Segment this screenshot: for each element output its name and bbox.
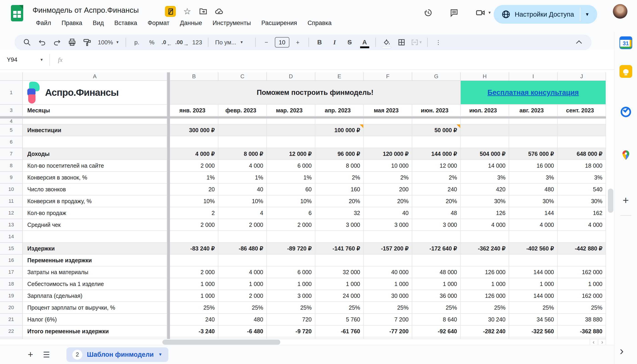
cell-D19[interactable]: 3 000 bbox=[267, 290, 315, 302]
cell-F13[interactable]: 3 000 bbox=[364, 219, 412, 231]
cell-J3[interactable]: сент. 2023 bbox=[558, 105, 606, 116]
frozen-column-divider[interactable] bbox=[167, 136, 170, 148]
cell-I11[interactable]: 30% bbox=[509, 196, 558, 207]
cell-C7[interactable]: 8 000 ₽ bbox=[218, 148, 267, 160]
cell-G13[interactable]: 3 000 bbox=[412, 219, 461, 231]
cell-C20[interactable]: 25% bbox=[218, 302, 267, 314]
column-header-F[interactable]: F bbox=[364, 72, 412, 81]
cell-I20[interactable]: 25% bbox=[509, 302, 558, 314]
cell-F12[interactable]: 40 bbox=[364, 207, 412, 219]
cell-G20[interactable]: 25% bbox=[412, 302, 461, 314]
cell-I12[interactable]: 144 bbox=[509, 207, 558, 219]
keep-icon[interactable] bbox=[620, 65, 632, 78]
cell-I13[interactable]: 4 000 bbox=[509, 219, 558, 231]
workspace-label-icon[interactable] bbox=[165, 6, 176, 17]
cell-C13[interactable]: 2 000 bbox=[218, 219, 267, 231]
tasks-icon[interactable] bbox=[620, 106, 632, 118]
cell-C21[interactable]: 480 bbox=[218, 314, 267, 326]
calendar-icon[interactable]: 31 bbox=[620, 36, 632, 49]
row-header-16[interactable]: 16 bbox=[0, 254, 23, 266]
row-header-8[interactable]: 8 bbox=[0, 160, 23, 172]
cell-E7[interactable]: 96 000 ₽ bbox=[315, 148, 364, 160]
meet-caret-icon[interactable]: ▼ bbox=[488, 11, 492, 15]
cell-A3[interactable]: Месяцы bbox=[23, 105, 167, 116]
cell-J20[interactable]: 25% bbox=[558, 302, 606, 314]
cell-J15[interactable]: -442 880 ₽ bbox=[558, 243, 606, 254]
cell-E20[interactable]: 25% bbox=[315, 302, 364, 314]
cell-F22[interactable]: -77 200 bbox=[364, 326, 412, 338]
row-header-22[interactable]: 22 bbox=[0, 326, 23, 338]
cell-H16[interactable] bbox=[461, 254, 509, 266]
cell-A5[interactable]: Инвестиции bbox=[23, 124, 167, 136]
cell-A10[interactable]: Число звонков bbox=[23, 184, 167, 196]
bold-button[interactable]: B bbox=[313, 36, 326, 49]
cell-I10[interactable]: 480 bbox=[509, 184, 558, 196]
cell-J4[interactable] bbox=[558, 118, 606, 124]
row-header-6[interactable]: 6 bbox=[0, 136, 23, 148]
cell-I15[interactable]: -402 560 ₽ bbox=[509, 243, 558, 254]
cell-J19[interactable]: 162 000 bbox=[558, 290, 606, 302]
cell-D21[interactable]: 720 bbox=[267, 314, 315, 326]
cell-B5[interactable]: 300 000 ₽ bbox=[170, 124, 218, 136]
frozen-column-divider[interactable] bbox=[167, 266, 170, 278]
cell-D16[interactable] bbox=[267, 254, 315, 266]
cell-D20[interactable]: 25% bbox=[267, 302, 315, 314]
cell-H[interactable] bbox=[461, 338, 509, 339]
avatar[interactable] bbox=[613, 4, 628, 19]
document-title[interactable]: Финмодель от Аспро.Финансы bbox=[32, 6, 139, 14]
cell-D9[interactable]: 1% bbox=[267, 172, 315, 184]
cell-F3[interactable]: мая 2023 bbox=[364, 105, 412, 116]
cell-B12[interactable]: 2 bbox=[170, 207, 218, 219]
cell-D7[interactable]: 12 000 ₽ bbox=[267, 148, 315, 160]
comments-icon[interactable] bbox=[450, 8, 459, 17]
cell-F19[interactable]: 30 000 bbox=[364, 290, 412, 302]
cell-F9[interactable]: 2% bbox=[364, 172, 412, 184]
cell-A22[interactable]: Итого переменные издержки bbox=[23, 326, 167, 338]
more-toolbar-button[interactable]: ⋮ bbox=[432, 36, 445, 49]
cell-E19[interactable]: 24 000 bbox=[315, 290, 364, 302]
frozen-column-divider[interactable] bbox=[167, 72, 170, 81]
cell-F15[interactable]: -157 200 ₽ bbox=[364, 243, 412, 254]
increase-decimals-button[interactable]: .00→ bbox=[175, 36, 188, 49]
redo-icon[interactable] bbox=[50, 36, 64, 49]
cell-J21[interactable]: 38 880 bbox=[558, 314, 606, 326]
decrease-font-size-button[interactable]: − bbox=[260, 36, 273, 49]
cell-A9[interactable]: Конверсия в звонок, % bbox=[23, 172, 167, 184]
menu-item-8[interactable]: Справка bbox=[304, 18, 336, 28]
cell-D14[interactable] bbox=[267, 231, 315, 243]
cell-C4[interactable] bbox=[218, 118, 267, 124]
frozen-column-divider[interactable] bbox=[167, 172, 170, 184]
cell-H13[interactable]: 4 000 bbox=[461, 219, 509, 231]
cell-C6[interactable] bbox=[218, 136, 267, 148]
cell-G16[interactable] bbox=[412, 254, 461, 266]
cell-H11[interactable]: 30% bbox=[461, 196, 509, 207]
cell-A1[interactable]: Аспро.Финансы bbox=[23, 81, 167, 105]
menu-item-4[interactable]: Формат bbox=[144, 18, 174, 28]
frozen-column-divider[interactable] bbox=[167, 184, 170, 196]
row-header-1[interactable]: 1 bbox=[0, 81, 23, 105]
offline-cloud-icon[interactable] bbox=[214, 7, 224, 16]
cell-H19[interactable]: 126 000 bbox=[461, 290, 509, 302]
hide-menus-button[interactable] bbox=[572, 36, 586, 49]
frozen-column-divider[interactable] bbox=[167, 243, 170, 254]
cell-H6[interactable] bbox=[461, 136, 509, 148]
cell-A17[interactable]: Затраты на материалы bbox=[23, 266, 167, 278]
cell-D13[interactable]: 2 000 bbox=[267, 219, 315, 231]
frozen-column-divider[interactable] bbox=[167, 231, 170, 243]
cell-I18[interactable]: 1 000 bbox=[509, 278, 558, 290]
cell-F8[interactable]: 10 000 bbox=[364, 160, 412, 172]
add-sheet-button[interactable]: + bbox=[24, 348, 37, 361]
cell-D5[interactable] bbox=[267, 124, 315, 136]
cell-G8[interactable]: 12 000 bbox=[412, 160, 461, 172]
meet-video-icon[interactable]: ▼ bbox=[476, 8, 492, 17]
cell-D18[interactable]: 1 000 bbox=[267, 278, 315, 290]
cell-F20[interactable]: 25% bbox=[364, 302, 412, 314]
cell-B15[interactable]: -83 240 ₽ bbox=[170, 243, 218, 254]
cell-B14[interactable] bbox=[170, 231, 218, 243]
cell-J6[interactable] bbox=[558, 136, 606, 148]
cell-A7[interactable]: Доходы bbox=[23, 148, 167, 160]
cell-J12[interactable]: 162 bbox=[558, 207, 606, 219]
cell-F5[interactable] bbox=[364, 124, 412, 136]
cell-D[interactable] bbox=[267, 338, 315, 339]
menu-item-3[interactable]: Вставка bbox=[110, 18, 141, 28]
